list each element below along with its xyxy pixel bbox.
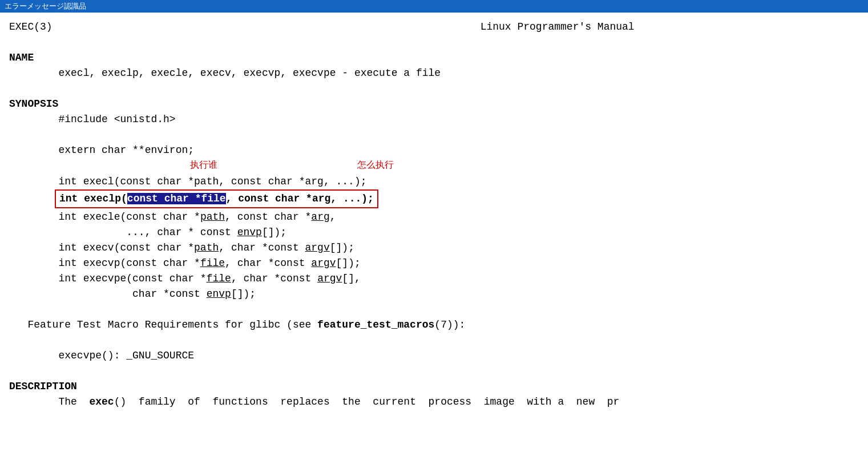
func5-text: int execvp(const char *file, char *const… [58, 257, 360, 269]
func6-text: int execvpe(const char *file, char *cons… [58, 273, 360, 284]
func1-text: int execl(const char *path, const char *… [58, 176, 366, 187]
func6-cont: char *const envp[]); [132, 288, 256, 300]
func2-line: int execlp(const char *file, const char … [55, 189, 378, 208]
content-area: EXEC(3)Linux Programmer's Manual NAME ex… [0, 13, 868, 417]
func2-post: , const char *arg, ...); [226, 193, 374, 204]
description-text: The exec() family of functions replaces … [58, 396, 619, 407]
func4-text: int execv(const char *path, char *const … [58, 242, 354, 253]
func3-text: int execle(const char *path, const char … [58, 211, 336, 223]
manual-content: EXEC(3)Linux Programmer's Manual NAME ex… [9, 19, 859, 158]
name-content: execl, execlp, execle, execv, execvp, ex… [58, 67, 441, 79]
annotation-row: 执行谁 怎么执行 [55, 158, 859, 174]
right-header: Linux Programmer's Manual [481, 21, 635, 33]
feature-line: Feature Test Macro Requirements for glib… [27, 319, 465, 330]
execvpe-line: execvpe(): _GNU_SOURCE [58, 350, 194, 361]
synopsis-section: SYNOPSIS [9, 98, 58, 110]
annotation-zenme: 怎么执行 [357, 158, 394, 172]
func1-line: int execl(const char *path, const char *… [9, 174, 859, 189]
func2-pre: int execlp( [59, 193, 127, 204]
func3-cont: ..., char * const envp[]); [126, 227, 286, 238]
func2-container: int execlp(const char *file, const char … [55, 189, 859, 208]
func2-highlighted: const char *file [127, 193, 226, 204]
title-bar-text: エラーメッセージ認識品 [5, 1, 86, 11]
name-section: NAME [9, 52, 34, 63]
extern-line: extern char **environ; [58, 144, 194, 156]
include-line: #include <unistd.h> [58, 114, 175, 125]
description-section: DESCRIPTION [9, 381, 77, 392]
left-header: EXEC(3) [9, 21, 53, 33]
func3-lines: int execle(const char *path, const char … [9, 209, 859, 410]
annotation-zhixing: 执行谁 [190, 158, 217, 172]
title-bar: エラーメッセージ認識品 [0, 0, 868, 13]
